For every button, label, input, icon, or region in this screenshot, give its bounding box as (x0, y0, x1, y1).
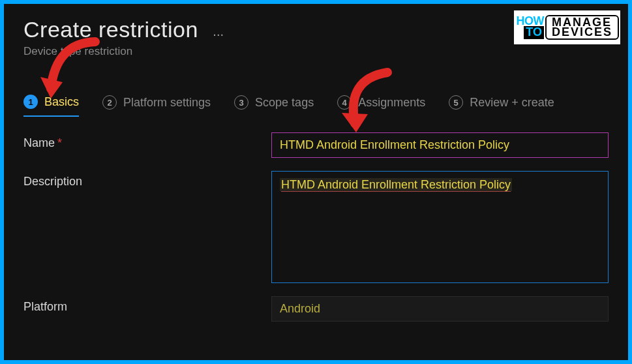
tab-review-create[interactable]: 5 Review + create (449, 95, 554, 116)
description-textarea[interactable]: HTMD Android Enrollment Restriction Poli… (271, 171, 609, 283)
platform-input (271, 296, 609, 322)
logo-to-text: TO (524, 26, 544, 39)
svg-marker-1 (342, 113, 368, 132)
step-tabs: 1 Basics 2 Platform settings 3 Scope tag… (23, 95, 609, 117)
tab-label-platform-settings: Platform settings (123, 96, 211, 110)
name-label: Name* (23, 132, 271, 150)
page-subtitle: Device type restriction (23, 45, 609, 58)
step-number-1: 1 (23, 95, 38, 109)
annotation-arrow-1 (37, 37, 108, 108)
name-input[interactable] (271, 132, 609, 158)
htmd-logo: HOW TO MANAGE DEVICES (514, 10, 620, 44)
tab-label-review-create: Review + create (470, 96, 554, 110)
description-label: Description (23, 171, 271, 189)
step-number-3: 3 (234, 95, 248, 110)
logo-how-text: HOW (516, 16, 544, 26)
platform-label: Platform (23, 296, 271, 314)
tab-label-scope-tags: Scope tags (255, 96, 314, 110)
annotation-arrow-2 (324, 66, 402, 144)
more-actions-button[interactable]: ··· (213, 27, 224, 42)
logo-devices-text: DEVICES (552, 27, 612, 37)
step-number-5: 5 (449, 95, 463, 110)
svg-marker-0 (40, 77, 63, 99)
tab-platform-settings[interactable]: 2 Platform settings (102, 95, 211, 116)
tab-scope-tags[interactable]: 3 Scope tags (234, 95, 314, 116)
